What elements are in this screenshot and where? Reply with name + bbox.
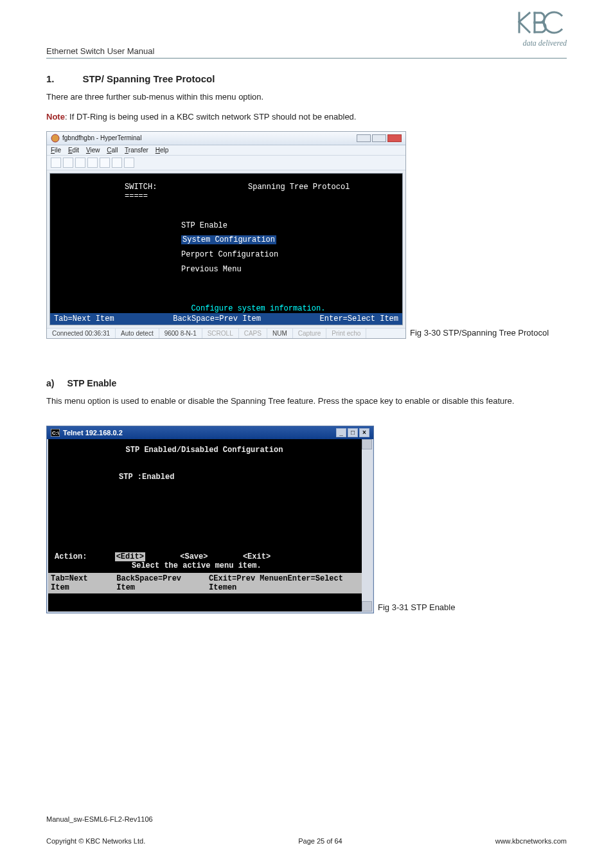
action-row: Action: <Edit> <Save> <Exit>	[55, 552, 354, 561]
status-num: NUM	[267, 329, 293, 338]
hint-tab: Tab=Next Item	[51, 574, 109, 592]
figure-2-caption: Fig 3-31 STP Enable	[378, 602, 455, 613]
figure-2: C:\ Telnet 192.168.0.2 _ □ × S	[46, 426, 567, 613]
brand-tagline: data delivered	[515, 39, 567, 48]
section-title: STP/ Spanning Tree Protocol	[82, 73, 215, 84]
page: data delivered Ethernet Switch User Manu…	[0, 0, 613, 868]
screen-title: STP Enabled/Disabled Configuration	[55, 446, 354, 455]
hint-enter: Enter=Select Item	[320, 314, 398, 323]
action-save[interactable]: <Save>	[180, 552, 208, 561]
page-footer: Copyright © KBC Networks Ltd. Page 25 of…	[46, 837, 567, 845]
toolbar-button[interactable]	[112, 158, 122, 168]
app-icon	[51, 134, 60, 143]
site-url: www.kbcnetworks.com	[495, 837, 567, 845]
copyright: Copyright © KBC Networks Ltd.	[46, 837, 145, 845]
hint-tab: Tab=Next Item	[54, 314, 114, 323]
status-caps: CAPS	[239, 329, 267, 338]
figure-1: fgbndfhgbn - HyperTerminal File Edit Vie…	[46, 131, 567, 339]
minimize-button[interactable]	[357, 134, 371, 142]
section-note: Note: If DT-Ring is being used in a KBC …	[46, 111, 567, 123]
window-controls: _ □ ×	[336, 428, 369, 437]
window-titlebar: fgbndfhgbn - HyperTerminal	[47, 132, 405, 145]
brand-logo: data delivered	[515, 9, 567, 48]
status-capture: Capture	[293, 329, 327, 338]
hint-line: Select the active menu item.	[132, 561, 354, 570]
close-button[interactable]	[387, 134, 402, 142]
status-connected: Connected 00:36:31	[47, 329, 116, 338]
toolbar-button[interactable]	[63, 158, 73, 168]
menubar: File Edit View Call Transfer Help	[47, 145, 405, 156]
hyperterminal-window: fgbndfhgbn - HyperTerminal File Edit Vie…	[46, 131, 406, 339]
hint-backspace: BackSpace=Prev Item	[173, 314, 261, 323]
nav-hint-bar: Tab=Next Item BackSpace=Prev Item CExit=…	[48, 573, 372, 593]
subsection-title: STP Enable	[67, 378, 116, 388]
menu-item-previous-menu[interactable]: Previous Menu	[181, 262, 392, 277]
telnet-window: C:\ Telnet 192.168.0.2 _ □ × S	[46, 426, 374, 613]
scrollbar[interactable]	[362, 439, 372, 611]
scroll-up-icon[interactable]	[362, 439, 372, 449]
note-label: Note	[46, 112, 65, 122]
status-scroll: SCROLL	[202, 329, 239, 338]
svg-text:C:\: C:\	[52, 430, 59, 436]
nav-hint-bar: Tab=Next Item BackSpace=Prev Item Enter=…	[50, 313, 402, 325]
hint-rest: CExit=Prev MenuenEnter=Select Itemen	[209, 574, 369, 592]
terminal-viewport[interactable]: STP Enabled/Disabled Configuration STP :…	[47, 439, 373, 613]
stp-status: STP :Enabled	[119, 473, 354, 482]
minimize-button[interactable]: _	[336, 428, 346, 437]
hint-backspace: BackSpace=Prev Item	[116, 574, 201, 592]
stp-label: STP :	[119, 473, 142, 482]
svg-point-0	[51, 134, 59, 142]
menu-item-system-configuration[interactable]: System Configuration	[181, 233, 392, 248]
menu-transfer[interactable]: Transfer	[125, 147, 148, 154]
status-echo: Print echo	[326, 329, 366, 338]
subsection-heading: a) STP Enable	[46, 377, 567, 389]
subsection-para: This menu option is used to enable or di…	[46, 395, 567, 408]
header-rule	[46, 58, 567, 59]
note-text: : If DT-Ring is being used in a KBC swit…	[65, 112, 357, 122]
close-button[interactable]: ×	[359, 428, 369, 437]
menu-item-perport-configuration[interactable]: Perport Configuration	[181, 248, 392, 262]
menu-list: STP Enable System Configuration Perport …	[181, 219, 392, 277]
menu-edit[interactable]: Edit	[68, 147, 79, 154]
status-bar: Connected 00:36:31 Auto detect 9600 8-N-…	[47, 328, 405, 338]
section-number: 1.	[46, 73, 80, 84]
terminal-viewport[interactable]: SWITCH: Spanning Tree Protocol ===== STP…	[49, 173, 403, 325]
toolbar-button[interactable]	[51, 158, 61, 168]
window-titlebar: C:\ Telnet 192.168.0.2 _ □ ×	[47, 426, 373, 439]
figure-1-caption: Fig 3-30 STP/Spanning Tree Protocol	[410, 328, 549, 339]
page-number: Page 25 of 64	[298, 837, 342, 845]
action-edit[interactable]: <Edit>	[115, 552, 145, 561]
toolbar-button[interactable]	[75, 158, 85, 168]
window-title: Telnet 192.168.0.2	[63, 429, 123, 437]
window-controls	[357, 134, 402, 142]
content: 1. STP/ Spanning Tree Protocol There are…	[46, 73, 567, 652]
maximize-button[interactable]	[372, 134, 386, 142]
menu-help[interactable]: Help	[155, 147, 169, 154]
kbc-logo-icon	[515, 9, 567, 40]
menu-call[interactable]: Call	[107, 147, 118, 154]
toolbar	[47, 156, 405, 170]
subsection-number: a)	[46, 378, 64, 388]
hint-line: Configure system information.	[60, 304, 392, 313]
status-baud: 9600 8-N-1	[159, 329, 202, 338]
status-detect: Auto detect	[116, 329, 159, 338]
toolbar-button[interactable]	[87, 158, 98, 168]
switch-label: SWITCH:	[125, 183, 157, 192]
toolbar-button[interactable]	[100, 158, 110, 168]
window-title: fgbndfhgbn - HyperTerminal	[62, 134, 141, 141]
section-intro: There are three further sub-menus within…	[46, 91, 567, 104]
action-exit[interactable]: <Exit>	[243, 552, 271, 561]
maximize-button[interactable]: □	[348, 428, 358, 437]
action-label: Action:	[55, 552, 87, 561]
menu-file[interactable]: File	[51, 147, 61, 154]
scroll-down-icon[interactable]	[362, 601, 372, 611]
toolbar-button[interactable]	[124, 158, 134, 168]
terminal-heading: Spanning Tree Protocol	[248, 183, 350, 192]
manual-id: Manual_sw-ESML6-FL2-Rev1106	[46, 815, 153, 823]
stp-value: Enabled	[142, 473, 174, 482]
menu-view[interactable]: View	[86, 147, 100, 154]
switch-underline: =====	[125, 192, 392, 201]
section-heading: 1. STP/ Spanning Tree Protocol	[46, 73, 567, 85]
cmd-icon: C:\	[51, 429, 60, 437]
menu-item-stp-enable[interactable]: STP Enable	[181, 219, 392, 233]
